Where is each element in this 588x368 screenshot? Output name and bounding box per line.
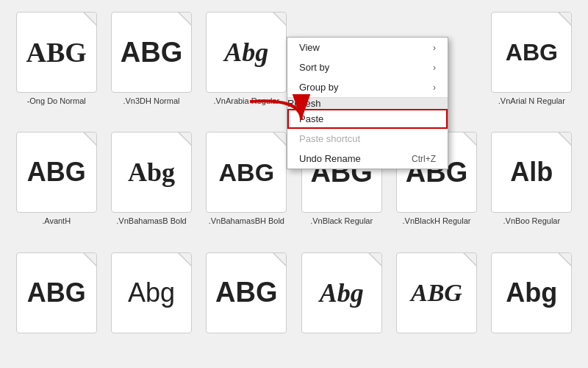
menu-item-view-label: View <box>299 42 320 53</box>
menu-item-paste[interactable]: Paste <box>287 109 448 129</box>
font-preview-17: ABG <box>396 252 477 333</box>
font-item-13[interactable]: ABG <box>12 252 101 356</box>
font-item-15[interactable]: ABG <box>202 252 291 356</box>
font-preview-8: Abg <box>111 132 192 213</box>
menu-item-view[interactable]: View › <box>287 38 448 57</box>
font-item-2[interactable]: ABG .Vn3DH Normal <box>107 12 196 126</box>
font-preview-9: ABG <box>206 132 287 213</box>
font-label-1: -Ong Do Normal <box>27 96 86 106</box>
menu-item-groupby-label: Group by <box>299 82 338 93</box>
font-item-6[interactable]: ABG .VnArial N Regular <box>487 12 576 126</box>
font-item-12[interactable]: Alb .VnBoo Regular <box>487 132 576 246</box>
font-label-8: .VnBahamasB Bold <box>116 216 186 226</box>
font-item-16[interactable]: Abg <box>297 252 386 356</box>
menu-item-paste-label: Paste <box>299 113 323 124</box>
font-label-6: .VnArial N Regular <box>498 96 565 106</box>
font-label-9: .VnBahamasBH Bold <box>209 216 284 226</box>
font-preview-16: Abg <box>301 252 382 333</box>
font-preview-6: ABG <box>491 12 572 93</box>
font-label-7: .AvantH <box>42 216 71 226</box>
font-preview-18: Abg <box>491 252 572 333</box>
menu-item-undo-rename-label: Undo Rename <box>299 153 361 164</box>
font-preview-15: ABG <box>206 252 287 333</box>
font-preview-12: Alb <box>491 132 572 213</box>
menu-item-groupby[interactable]: Group by › <box>287 77 448 97</box>
font-item-18[interactable]: Abg <box>487 252 576 356</box>
menu-item-paste-shortcut-label: Paste shortcut <box>299 133 360 144</box>
font-item-9[interactable]: ABG .VnBahamasBH Bold <box>202 132 291 246</box>
menu-item-refresh-label: Refresh <box>287 98 321 109</box>
menu-item-refresh[interactable]: Refresh <box>287 97 448 109</box>
menu-item-sortby-label: Sort by <box>299 62 329 73</box>
view-arrow-icon: › <box>433 43 436 53</box>
font-preview-14: Abg <box>111 252 192 333</box>
font-preview-7: ABG <box>16 132 97 213</box>
undo-rename-shortcut: Ctrl+Z <box>412 154 436 164</box>
font-item-17[interactable]: ABG <box>392 252 481 356</box>
font-preview-13: ABG <box>16 252 97 333</box>
font-label-2: .Vn3DH Normal <box>123 96 179 106</box>
font-item-7[interactable]: ABG .AvantH <box>12 132 101 246</box>
font-label-10: .VnBlack Regular <box>310 216 373 226</box>
font-item-8[interactable]: Abg .VnBahamasB Bold <box>107 132 196 246</box>
font-label-11: .VnBlackH Regular <box>403 216 471 226</box>
font-preview-3: Abg <box>206 12 287 93</box>
font-preview-1: ABG <box>16 12 97 93</box>
font-item-14[interactable]: Abg <box>107 252 196 356</box>
font-preview-2: ABG <box>111 12 192 93</box>
menu-item-undo-rename[interactable]: Undo Rename Ctrl+Z <box>287 149 448 169</box>
font-label-12: .VnBoo Regular <box>503 216 560 226</box>
font-item-1[interactable]: ABG -Ong Do Normal <box>12 12 101 126</box>
context-menu: View › Sort by › Group by › Refresh Past… <box>287 37 448 169</box>
menu-item-paste-shortcut[interactable]: Paste shortcut <box>287 129 448 149</box>
sortby-arrow-icon: › <box>433 63 436 73</box>
font-item-3[interactable]: Abg .VnArabia Regular <box>202 12 291 126</box>
groupby-arrow-icon: › <box>433 82 436 93</box>
font-label-3: .VnArabia Regular <box>213 96 279 106</box>
menu-item-sortby[interactable]: Sort by › <box>287 57 448 77</box>
